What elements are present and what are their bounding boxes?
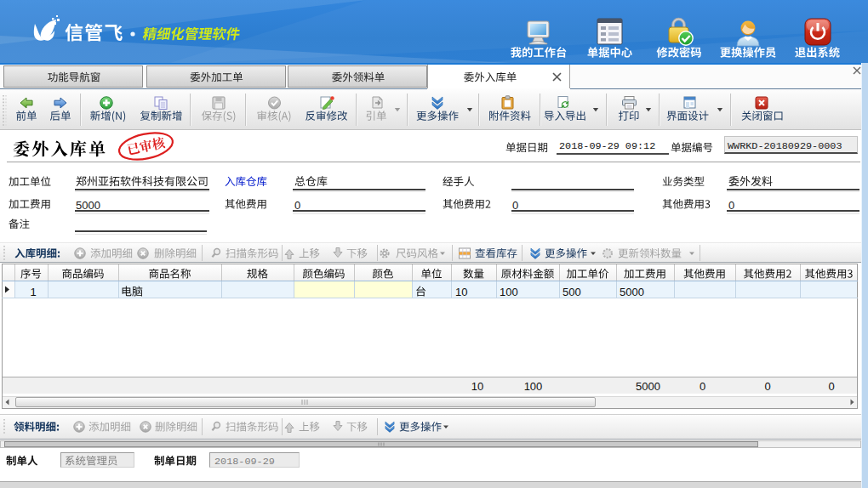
svg-text:2018-09-29 09:12: 2018-09-29 09:12 xyxy=(559,140,655,152)
